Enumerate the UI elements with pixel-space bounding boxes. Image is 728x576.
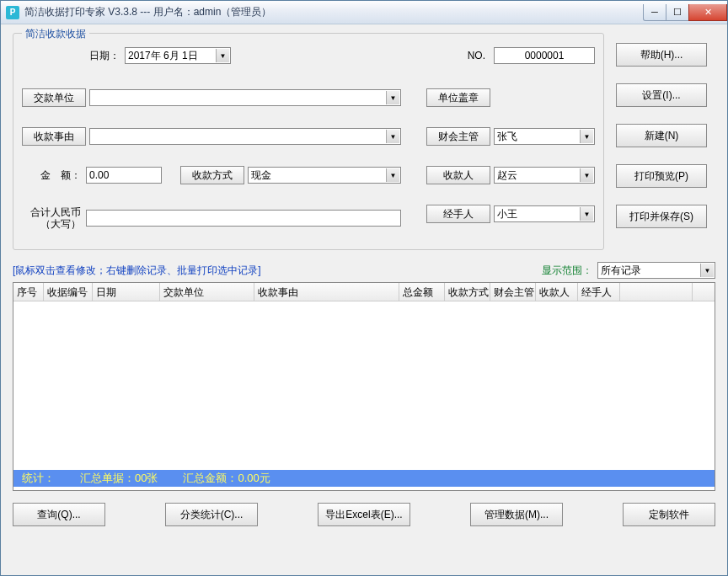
- amount-input[interactable]: [86, 167, 162, 184]
- pay-method-value: 现金: [251, 168, 271, 183]
- date-label: 日期：: [89, 49, 125, 63]
- dropdown-arrow-icon: ▼: [216, 49, 229, 62]
- column-header[interactable]: 收据编号: [44, 283, 93, 301]
- column-header[interactable]: 财会主管: [490, 283, 536, 301]
- content-area: 简洁收款收据 日期： 2017年 6月 1日 ▼ NO.: [1, 24, 727, 535]
- manage-data-button[interactable]: 管理数据(M)...: [470, 503, 563, 526]
- receipt-no-input[interactable]: [494, 47, 595, 64]
- reason-combo[interactable]: ▼: [89, 128, 401, 145]
- date-picker[interactable]: 2017年 6月 1日 ▼: [125, 47, 231, 64]
- handler-value: 小王: [497, 207, 517, 221]
- group-legend: 简洁收款收据: [22, 27, 89, 41]
- stamp-button[interactable]: 单位盖章: [426, 88, 490, 107]
- print-save-button[interactable]: 打印并保存(S): [616, 205, 707, 228]
- minimize-button[interactable]: ─: [643, 4, 666, 21]
- titlebar[interactable]: P 简洁收据打印专家 V3.3.8 --- 用户名：admin（管理员） ─ ☐…: [1, 1, 727, 24]
- column-header[interactable]: 序号: [13, 283, 44, 301]
- show-range-label: 显示范围：: [542, 264, 592, 278]
- column-header[interactable]: 交款单位: [160, 283, 254, 301]
- column-header[interactable]: [620, 283, 693, 301]
- query-button[interactable]: 查询(Q)...: [13, 503, 105, 526]
- show-range-value: 所有记录: [601, 264, 641, 278]
- column-header[interactable]: 收款人: [536, 283, 578, 301]
- new-button[interactable]: 新建(N): [616, 124, 707, 147]
- payer-button[interactable]: 交款单位: [22, 88, 86, 107]
- show-range-combo[interactable]: 所有记录 ▼: [597, 262, 715, 279]
- export-excel-button[interactable]: 导出Excel表(E)...: [318, 503, 410, 526]
- pay-method-combo[interactable]: 现金 ▼: [248, 167, 401, 184]
- bottom-toolbar: 查询(Q)... 分类统计(C)... 导出Excel表(E)... 管理数据(…: [13, 491, 715, 526]
- column-header[interactable]: 收款方式: [445, 283, 490, 301]
- custom-software-button[interactable]: 定制软件: [623, 503, 715, 526]
- window-controls: ─ ☐ ✕: [644, 4, 727, 21]
- payer-combo[interactable]: ▼: [89, 89, 401, 106]
- dropdown-arrow-icon: ▼: [386, 168, 399, 182]
- stats-bar: 统计： 汇总单据：00张 汇总金额：0.00元: [13, 470, 715, 487]
- reason-button[interactable]: 收款事由: [22, 127, 86, 146]
- amount-label: 金 额：: [22, 168, 86, 183]
- handler-button[interactable]: 经手人: [426, 205, 490, 223]
- dropdown-arrow-icon: ▼: [386, 91, 399, 104]
- stats-count: 汇总单据：00张: [80, 471, 158, 486]
- print-preview-button[interactable]: 打印预览(P): [616, 164, 707, 188]
- finance-value: 张飞: [497, 130, 517, 144]
- column-header[interactable]: 经手人: [578, 283, 620, 301]
- stats-amount: 汇总金额：0.00元: [183, 471, 270, 486]
- dropdown-arrow-icon: ▼: [580, 207, 593, 221]
- column-header[interactable]: 收款事由: [254, 283, 399, 301]
- no-label: NO.: [459, 50, 494, 61]
- column-header[interactable]: 日期: [93, 283, 160, 301]
- dropdown-arrow-icon: ▼: [580, 168, 593, 182]
- records-table[interactable]: 序号收据编号日期交款单位收款事由总金额收款方式财会主管收款人经手人 统计： 汇总…: [13, 282, 715, 491]
- app-icon: P: [6, 6, 19, 19]
- pay-method-button[interactable]: 收款方式: [180, 166, 244, 184]
- finance-supervisor-combo[interactable]: 张飞 ▼: [494, 128, 595, 145]
- cashier-combo[interactable]: 赵云 ▼: [494, 167, 595, 184]
- total-cn-input[interactable]: [86, 210, 401, 227]
- classify-button[interactable]: 分类统计(C)...: [165, 503, 258, 526]
- window-title: 简洁收据打印专家 V3.3.8 --- 用户名：admin（管理员）: [24, 5, 644, 19]
- close-button[interactable]: ✕: [688, 4, 727, 21]
- dropdown-arrow-icon: ▼: [700, 264, 714, 277]
- help-button[interactable]: 帮助(H)...: [616, 43, 707, 67]
- cashier-value: 赵云: [497, 168, 517, 183]
- settings-button[interactable]: 设置(I)...: [616, 83, 707, 107]
- total-cn-label: 合计人民币（大写）: [22, 206, 86, 230]
- dropdown-arrow-icon: ▼: [386, 130, 399, 143]
- maximize-button[interactable]: ☐: [666, 4, 689, 21]
- column-header[interactable]: 总金额: [399, 283, 445, 301]
- receipt-group: 简洁收款收据 日期： 2017年 6月 1日 ▼ NO.: [13, 33, 604, 250]
- handler-combo[interactable]: 小王 ▼: [494, 205, 595, 222]
- stats-label: 统计：: [22, 471, 55, 486]
- table-body: [13, 301, 715, 470]
- date-value: 2017年 6月 1日: [128, 49, 198, 63]
- hint-text: [鼠标双击查看修改；右键删除记录、批量打印选中记录]: [13, 264, 542, 278]
- cashier-button[interactable]: 收款人: [426, 166, 490, 184]
- table-header: 序号收据编号日期交款单位收款事由总金额收款方式财会主管收款人经手人: [13, 283, 715, 301]
- dropdown-arrow-icon: ▼: [580, 130, 593, 143]
- app-window: P 简洁收据打印专家 V3.3.8 --- 用户名：admin（管理员） ─ ☐…: [0, 0, 728, 576]
- finance-supervisor-button[interactable]: 财会主管: [426, 127, 490, 146]
